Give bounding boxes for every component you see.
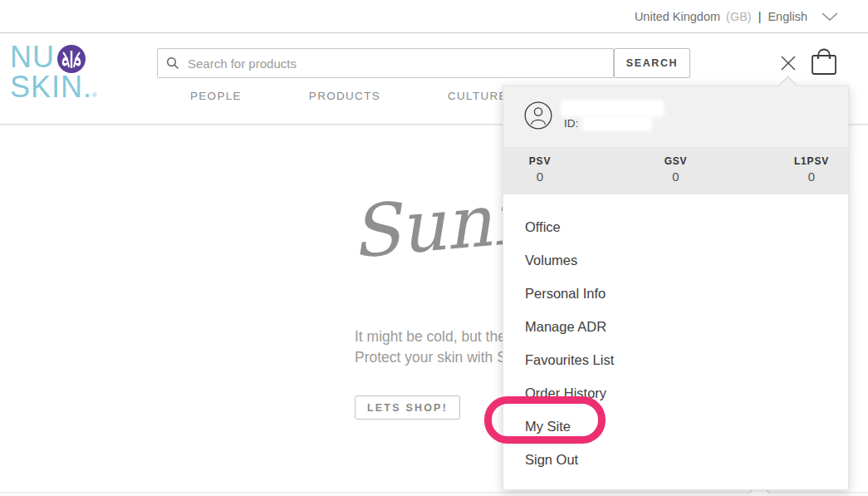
lets-shop-button[interactable]: LETS SHOP! (355, 395, 460, 420)
user-avatar-icon (524, 101, 552, 130)
locale-selector[interactable]: United Kingdom (GB) | English (635, 0, 838, 33)
shopping-bag-icon[interactable] (810, 46, 838, 76)
locale-country: United Kingdom (635, 10, 720, 23)
menu-item-manage-adr[interactable]: Manage ADR (503, 310, 848, 343)
menu-item-volumes[interactable]: Volumes (503, 243, 848, 277)
nuskin-logo[interactable]: NU SKIN.® (10, 44, 98, 109)
chevron-down-icon (821, 12, 838, 22)
menu-item-my-site[interactable]: My Site (503, 410, 848, 443)
stat-l1psv: L1PSV 0 (793, 155, 830, 194)
locale-bar: United Kingdom (GB) | English (0, 0, 868, 33)
hero-copy-line2: Protect your skin with S (355, 347, 507, 368)
menu-item-sign-out[interactable]: Sign Out (503, 443, 848, 476)
page: United Kingdom (GB) | English NU (0, 0, 868, 496)
registered-mark: ® (92, 91, 98, 99)
locale-separator: | (758, 10, 762, 23)
redacted-user-id (584, 118, 650, 130)
redacted-user-name (562, 101, 663, 115)
menu-item-office[interactable]: Office (503, 210, 848, 243)
menu-item-favourites-list[interactable]: Favourites List (503, 343, 848, 376)
user-id-label: ID: (564, 117, 578, 130)
logo-text-nu: NU (10, 44, 55, 71)
stat-gsv-value: 0 (658, 169, 694, 184)
stat-gsv-label: GSV (658, 155, 694, 167)
locale-language: English (767, 10, 807, 23)
logo-text-skin: SKIN. (10, 70, 92, 104)
locale-country-code: (GB) (726, 10, 752, 23)
volume-stats: PSV 0 GSV 0 L1PSV 0 (503, 147, 848, 194)
stat-l1psv-value: 0 (793, 169, 830, 184)
search-input[interactable] (157, 48, 614, 78)
nav-item-culture[interactable]: CULTURE (448, 90, 508, 102)
nav-item-products[interactable]: PRODUCTS (309, 90, 380, 102)
stat-gsv: GSV 0 (658, 155, 694, 194)
close-icon[interactable] (777, 52, 799, 74)
account-menu-list: Office Volumes Personal Info Manage ADR … (503, 194, 848, 476)
account-dropdown-panel: ID: PSV 0 GSV 0 L1PSV 0 Office Volumes P… (503, 86, 849, 490)
nav-item-people[interactable]: PEOPLE (190, 90, 242, 102)
search-button[interactable]: SEARCH (614, 48, 690, 78)
hero-copy: It might be cold, but the Protect your s… (355, 327, 507, 367)
primary-nav: PEOPLE PRODUCTS CULTURE (190, 90, 508, 102)
stat-psv-value: 0 (522, 169, 558, 184)
hero-copy-line1: It might be cold, but the (355, 327, 507, 347)
search-bar: SEARCH (157, 48, 690, 78)
stat-l1psv-label: L1PSV (793, 155, 830, 167)
menu-item-order-history[interactable]: Order History (503, 376, 848, 410)
stat-psv: PSV 0 (522, 155, 558, 194)
account-user-header: ID: (503, 86, 848, 147)
bottom-strip (0, 493, 868, 496)
stat-psv-label: PSV (522, 155, 558, 167)
menu-item-personal-info[interactable]: Personal Info (503, 277, 848, 310)
